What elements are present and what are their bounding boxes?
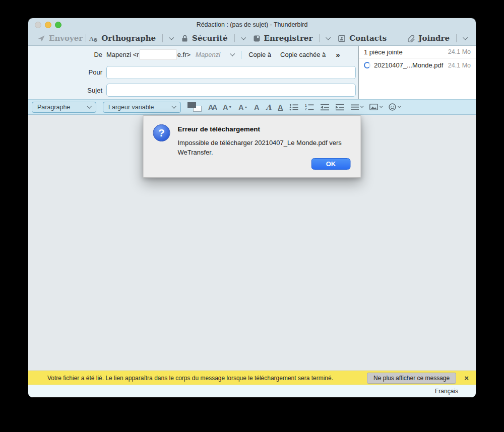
link-notification-bar: Votre fichier a été lié. Le lien apparaî… [28, 371, 476, 385]
to-label: Pour [28, 68, 106, 76]
main-toolbar: Envoyer A Orthographe Sécurité Enregistr… [28, 31, 476, 46]
from-dropdown-chevron-icon[interactable] [230, 51, 235, 56]
dialog-message: Impossible de télécharger 20210407_Le Mo… [178, 138, 355, 158]
close-notification-icon[interactable]: × [464, 374, 469, 382]
bullet-list-icon[interactable] [289, 104, 298, 111]
paragraph-style-select[interactable]: Paragraphe [32, 102, 96, 113]
italic-icon[interactable]: A [266, 104, 271, 111]
spellcheck-language-indicator[interactable]: Français [435, 388, 458, 395]
spelling-dropdown-chevron-icon[interactable] [169, 35, 174, 40]
font-select-value: Largeur variable [108, 104, 154, 111]
subject-label: Sujet [28, 87, 106, 94]
upload-error-dialog: ? Erreur de téléchargement Impossible de… [143, 115, 361, 178]
paragraph-select-chevron-icon [87, 104, 92, 109]
svg-text:1: 1 [305, 104, 307, 107]
alignment-chevron-icon [360, 104, 364, 108]
from-label: De [28, 51, 106, 58]
save-icon [253, 35, 261, 42]
status-bar: Français [28, 385, 476, 397]
redacted-email-fragment [140, 49, 177, 60]
from-identity-selector[interactable]: Mapenzi <r e.fr> Mapenzi Copie à Copie c… [106, 49, 340, 60]
text-color-picker[interactable] [187, 102, 202, 112]
insert-image-menu[interactable] [369, 104, 382, 110]
subject-row: Sujet [28, 81, 358, 99]
maximize-window-button[interactable] [55, 22, 61, 28]
from-address-suffix: e.fr> [177, 51, 191, 58]
from-display-name: Mapenzi [196, 51, 220, 58]
attach-label: Joindre [418, 34, 450, 43]
send-label: Envoyer [49, 34, 83, 43]
image-icon [369, 104, 378, 110]
smiley-menu[interactable] [389, 103, 400, 111]
dismiss-notification-button[interactable]: Ne plus afficher ce message [367, 373, 456, 384]
notification-message: Votre fichier a été lié. Le lien apparaî… [47, 375, 361, 382]
compose-header: De Mapenzi <r e.fr> Mapenzi Copie à Copi… [28, 46, 476, 99]
message-body-area[interactable]: ? Erreur de téléchargement Impossible de… [28, 115, 476, 371]
address-book-icon [338, 35, 346, 42]
paperclip-icon [407, 34, 415, 42]
attachment-panel: 1 pièce jointe 24.1 Mo 20210407_...Monde… [358, 46, 476, 99]
attachment-panel-header: 1 pièce jointe 24.1 Mo [359, 46, 476, 58]
indent-icon[interactable] [336, 104, 344, 111]
spellcheck-icon: A [89, 35, 98, 42]
contacts-label: Contacts [349, 34, 387, 43]
outdent-icon[interactable] [321, 104, 329, 111]
font-select-chevron-icon [171, 104, 176, 109]
to-input[interactable] [106, 66, 356, 79]
paragraph-style-value: Paragraphe [37, 104, 70, 111]
minimize-window-button[interactable] [45, 22, 51, 28]
security-label: Sécurité [192, 34, 228, 43]
recipient-buttons-divider [241, 51, 241, 59]
numbered-list-icon[interactable]: 12 [305, 104, 314, 111]
cc-button[interactable]: Copie à [248, 51, 271, 58]
svg-text:A: A [89, 35, 94, 42]
underline-icon[interactable]: A [278, 104, 283, 111]
increase-font-size-icon[interactable]: A▲ [238, 104, 247, 111]
smiley-icon [389, 103, 396, 111]
to-row: Pour [28, 63, 358, 81]
save-button[interactable]: Enregistrer [253, 34, 330, 43]
font-select[interactable]: Largeur variable [103, 102, 181, 113]
contacts-button[interactable]: Contacts [338, 34, 387, 43]
upload-progress-spinner-icon [364, 62, 370, 68]
lock-icon [181, 35, 188, 42]
more-recipients-button[interactable]: » [336, 50, 340, 59]
attachment-total-size: 24.1 Mo [448, 48, 471, 55]
attach-dropdown-chevron-icon[interactable] [463, 35, 468, 40]
spelling-button[interactable]: A Orthographe [89, 34, 173, 43]
attachment-size: 24.1 Mo [448, 62, 471, 69]
close-window-button[interactable] [35, 22, 41, 28]
foreground-color-swatch [187, 102, 196, 108]
highlight-color-icon[interactable]: AA [208, 104, 216, 111]
send-button[interactable]: Envoyer [37, 34, 83, 43]
dialog-ok-button[interactable]: OK [311, 158, 351, 170]
bcc-button[interactable]: Copie cachée à [280, 51, 326, 58]
compose-window: Rédaction : (pas de sujet) - Thunderbird… [28, 18, 476, 398]
attachment-item[interactable]: 20210407_...Monde.pdf 24.1 Mo [359, 58, 476, 72]
dialog-title: Erreur de téléchargement [178, 125, 261, 133]
traffic-lights [35, 22, 61, 28]
spelling-label: Orthographe [101, 34, 156, 43]
question-mark-icon: ? [153, 124, 170, 141]
alignment-menu[interactable] [351, 104, 363, 110]
decrease-font-size-icon[interactable]: A▼ [223, 104, 232, 111]
save-dropdown-chevron-icon[interactable] [326, 35, 331, 40]
align-text-icon [351, 104, 359, 110]
formatting-toolbar: Paragraphe Largeur variable AA A▼ A▲ A A… [28, 99, 476, 115]
window-title: Rédaction : (pas de sujet) - Thunderbird [28, 18, 476, 32]
attach-button[interactable]: Joindre [407, 34, 467, 43]
security-button[interactable]: Sécurité [181, 34, 245, 43]
subject-input[interactable] [106, 84, 356, 97]
attachment-count: 1 pièce jointe [364, 48, 403, 56]
save-label: Enregistrer [264, 34, 313, 43]
image-chevron-icon [380, 104, 383, 108]
smiley-chevron-icon [398, 104, 401, 108]
svg-text:2: 2 [305, 107, 307, 111]
addressing-area: De Mapenzi <r e.fr> Mapenzi Copie à Copi… [28, 46, 358, 99]
security-dropdown-chevron-icon[interactable] [241, 35, 246, 40]
toolbar-divider [86, 34, 86, 42]
from-row: De Mapenzi <r e.fr> Mapenzi Copie à Copi… [28, 46, 358, 63]
bold-icon[interactable]: A [254, 104, 259, 111]
from-address-prefix: Mapenzi <r [106, 51, 139, 58]
titlebar: Rédaction : (pas de sujet) - Thunderbird [28, 18, 476, 31]
